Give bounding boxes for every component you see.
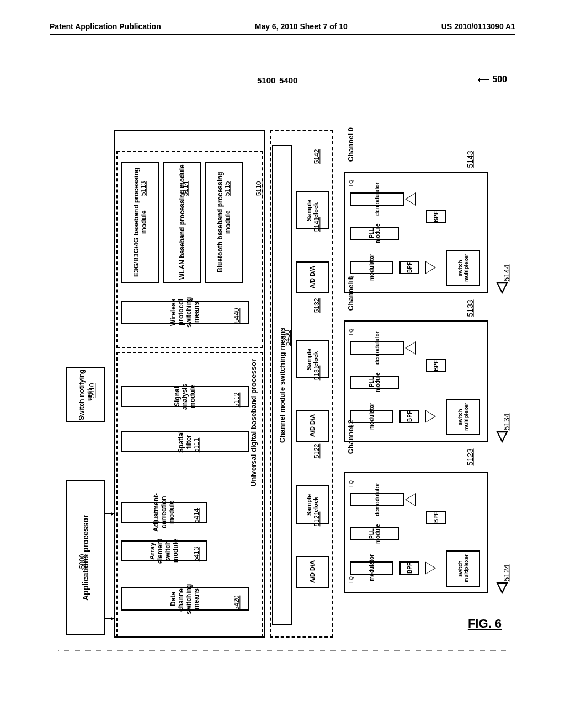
switching-means-group: Channel module switching means A/D D/A S… — [270, 130, 333, 638]
signal-line-icon — [105, 513, 115, 514]
spatial-filter-block: Spatial filter — [121, 431, 249, 452]
demodulator-block: demodulator — [350, 341, 404, 355]
switch-notifying-unit-block: Switch notifying unit — [66, 367, 105, 422]
antenna-icon — [496, 582, 508, 594]
smart-antenna-group: Data channel switching means 5420 Array … — [116, 352, 263, 638]
ref-5113: 5113 — [140, 181, 147, 196]
rf-channel-1-block: modulator PLL module demodulator BPF BPF… — [344, 320, 488, 442]
iq-label: I Q — [348, 576, 354, 583]
modulator-block: modulator — [350, 561, 393, 575]
antenna-icon — [496, 282, 508, 294]
sclk-label: Sample clock — [297, 192, 328, 228]
ref-5114: 5114 — [182, 181, 189, 196]
ref-system: 500 — [492, 74, 507, 84]
adc-da-block-ch2: A/D D/A — [296, 556, 329, 588]
modulator-block: modulator — [350, 410, 393, 423]
switch-notifying-unit-label: Switch notifying unit — [67, 368, 104, 421]
ref-5430: 5430 — [283, 330, 291, 346]
switch-multiplexer-block: switch multiplexer — [446, 399, 480, 435]
header-left: Patent Application Publication — [50, 22, 161, 31]
ref-5124: 5124 — [502, 564, 511, 581]
ref-5420: 5420 — [233, 596, 241, 611]
iq-label: I Q — [348, 425, 354, 431]
power-amplifier-icon — [425, 561, 436, 575]
antenna-icon — [496, 431, 508, 443]
data-channel-switching-block: Data channel switching means — [121, 587, 249, 611]
sclk-label: Sample clock — [297, 486, 328, 523]
modulator-label: modulator — [351, 563, 392, 574]
ref-5110: 5110 — [255, 181, 263, 196]
demodulator-label: demodulator — [351, 342, 403, 354]
ref-5131: 5131 — [313, 366, 321, 381]
ref-5122: 5122 — [313, 444, 321, 459]
swmux-label: switch multiplexer — [447, 552, 479, 586]
adc-da-block-ch0: A/D D/A — [296, 261, 329, 293]
ref-5121: 5121 — [313, 512, 321, 527]
demodulator-block: demodulator — [350, 493, 404, 506]
header-rule — [50, 34, 515, 35]
bpf-tx-block: BPF — [399, 261, 419, 274]
lead-arrow-icon — [479, 79, 489, 80]
wlan-baseband-block: WLAN baseband processing module — [163, 162, 201, 283]
modulator-label: modulator — [351, 262, 392, 273]
pll-block: PLL module — [350, 527, 399, 540]
ref-5111: 5111 — [193, 438, 200, 453]
bluetooth-baseband-block: Bluetooth baseband processing module — [205, 162, 243, 283]
bpf-label: BPF — [401, 563, 418, 574]
header-center: May 6, 2010 Sheet 7 of 10 — [255, 22, 348, 31]
ref-5100: 5100 — [257, 76, 275, 85]
sclk-label: Sample clock — [297, 341, 328, 377]
ref-5413: 5413 — [193, 547, 200, 562]
signal-line-icon — [105, 618, 115, 619]
signal-line-icon — [488, 437, 498, 437]
ref-5144: 5144 — [502, 264, 511, 281]
swmux-label: switch multiplexer — [447, 400, 479, 434]
ref-5410: 5410 — [88, 383, 96, 398]
svg-marker-1 — [497, 432, 507, 442]
ref-5143: 5143 — [466, 151, 475, 168]
ref-5112: 5112 — [233, 393, 241, 408]
signal-analysis-block: Signal analysis module — [121, 386, 249, 407]
adc-label: A/D D/A — [297, 557, 328, 587]
channel-module-switching-label: Channel module switching means — [273, 146, 291, 624]
signal-line-icon — [488, 588, 498, 588]
ref-5142: 5142 — [313, 149, 321, 164]
wireless-protocol-switching-label: Wireless protocol switching means — [122, 302, 248, 323]
ref-5123: 5123 — [466, 448, 475, 465]
ref-5400: 5400 — [279, 76, 297, 85]
bpf-rx-block: BPF — [426, 511, 446, 524]
ref-5440: 5440 — [233, 308, 241, 323]
data-channel-switching-label: Data channel switching means — [122, 588, 248, 609]
modulator-block: modulator — [350, 261, 393, 274]
lna-icon — [405, 493, 416, 506]
iq-label: I Q — [348, 480, 354, 487]
rf-channel-2-block: modulator PLL module demodulator BPF BPF… — [344, 472, 488, 593]
bpf-label: BPF — [427, 512, 445, 523]
lead-line-icon — [241, 78, 241, 131]
channel-0-label: Channel 0 — [347, 127, 355, 162]
page-header: Patent Application Publication May 6, 20… — [0, 0, 565, 34]
bpf-rx-block: BPF — [426, 359, 446, 372]
wireless-protocol-switching-block: Wireless protocol switching means — [121, 301, 249, 324]
switch-multiplexer-block: switch multiplexer — [446, 250, 480, 286]
ref-5414: 5414 — [193, 508, 200, 523]
pll-label: PLL module — [351, 377, 398, 388]
sample-clock-block-ch2: Sample clock — [296, 485, 329, 524]
pll-block: PLL module — [350, 227, 399, 240]
schematic-diagram: 500 FIG. 6 Applications processor 5000 S… — [58, 72, 510, 651]
svg-marker-0 — [497, 583, 507, 593]
lna-icon — [405, 192, 416, 206]
spatial-filter-label: Spatial filter — [122, 432, 248, 451]
adc-label: A/D D/A — [297, 263, 328, 292]
figure-label: FIG. 6 — [468, 617, 502, 631]
rf-channel-0-block: modulator PLL module demodulator BPF BPF… — [344, 172, 488, 293]
adc-da-block-ch1: A/D D/A — [296, 410, 329, 442]
bpf-tx-block: BPF — [399, 410, 419, 423]
switch-multiplexer-block: switch multiplexer — [446, 550, 480, 587]
demodulator-block: demodulator — [350, 192, 404, 206]
sample-clock-block-ch1: Sample clock — [296, 340, 329, 378]
pll-label: PLL module — [351, 528, 398, 539]
bpf-tx-block: BPF — [399, 561, 419, 575]
ref-5000: 5000 — [78, 554, 86, 569]
bpf-rx-block: BPF — [426, 210, 446, 223]
